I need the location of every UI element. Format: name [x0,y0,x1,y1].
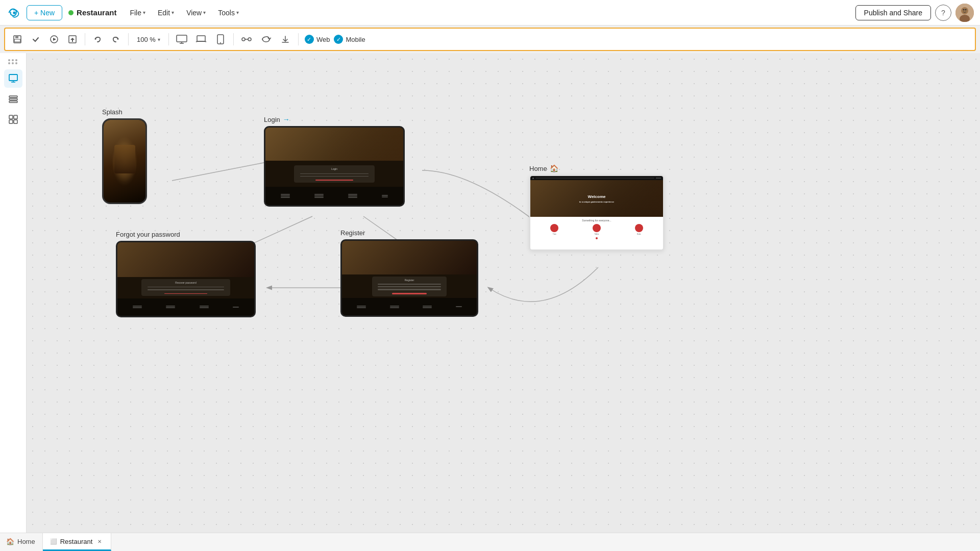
svg-rect-8 [14,39,20,42]
svg-rect-24 [14,120,17,123]
view-menu[interactable]: View ▾ [181,6,211,19]
status-dot [68,10,74,15]
restaurant-tab-close[interactable]: ✕ [95,537,104,545]
toolbar: 100 % ▾ [4,28,976,51]
svg-rect-23 [9,120,13,123]
separator [168,33,169,45]
home-icon: 🏠 [550,164,558,172]
splash-node[interactable]: Splash [102,108,147,204]
restaurant-tab[interactable]: ⬜ Restaurant ✕ [43,533,112,551]
home-welcome-text: Welcome [579,194,614,199]
confirm-button[interactable] [28,31,44,47]
layers-panel-button[interactable] [4,90,22,108]
left-sidebar [0,53,27,533]
undo-button[interactable] [89,31,106,47]
home-feature-3: Deals [635,224,643,235]
mobile-toggle[interactable]: ✓ Mobile [334,35,365,44]
mobile-label: Mobile [346,36,365,43]
main-area: Splash Login → [0,53,980,533]
screens-panel-button[interactable] [4,69,22,88]
web-check-icon: ✓ [305,35,314,44]
web-toggle[interactable]: ✓ Web [305,35,330,44]
home-screen-mockup[interactable]: Welcome to a unique gastronomic experien… [529,175,664,251]
home-feature-1: Train [550,224,558,235]
chevron-down-icon: ▾ [158,37,160,42]
forgot-password-node[interactable]: Forgot your password Recover password [116,231,256,317]
interactions-button[interactable] [238,31,255,48]
separator [85,33,85,45]
zoom-control[interactable]: 100 % ▾ [133,34,164,45]
help-button[interactable]: ? [935,5,951,21]
chevron-down-icon: ▾ [143,10,145,15]
tools-menu[interactable]: Tools ▾ [213,6,244,19]
register-label: Register [340,229,478,237]
desktop-view-button[interactable] [173,31,190,48]
zoom-value: 100 % [137,36,156,43]
restaurant-tab-icon: ⬜ [50,538,57,545]
svg-point-15 [242,38,245,41]
separator [233,33,234,45]
publish-share-button[interactable]: Publish and Share [855,5,931,20]
home-label: Home 🏠 [529,164,664,172]
chevron-down-icon: ▾ [172,10,174,15]
svg-rect-17 [9,74,17,81]
splash-screen-mockup[interactable] [102,118,147,204]
rotate-button[interactable] [257,31,275,48]
chevron-down-icon: ▾ [236,10,239,15]
components-panel-button[interactable] [4,110,22,129]
topbar: + New Restaurant File ▾ Edit ▾ View ▾ To… [0,0,980,26]
web-mobile-toggle: ✓ Web ✓ Mobile [305,35,365,44]
forgot-screen-mockup[interactable]: Recover password [116,241,256,317]
download-button[interactable] [277,31,294,48]
forgot-label: Forgot your password [116,231,256,238]
main-menu: File ▾ Edit ▾ View ▾ Tools ▾ [125,6,243,19]
mobile-view-button[interactable] [212,31,229,48]
home-tab-icon: 🏠 [6,538,14,545]
home-tab[interactable]: 🏠 Home [0,533,43,551]
login-node[interactable]: Login → Login [264,115,405,207]
svg-rect-21 [9,115,13,119]
svg-rect-12 [197,36,205,41]
share-button[interactable] [64,31,81,47]
svg-point-14 [220,42,221,43]
new-button[interactable]: + New [27,5,62,20]
home-subtitle-text: to a unique gastronomic experience [579,201,614,204]
separator [128,33,129,45]
svg-rect-11 [177,35,187,42]
project-title: Restaurant [77,8,116,17]
web-label: Web [316,36,330,43]
bottom-tabs: 🏠 Home ⬜ Restaurant ✕ [0,533,980,551]
separator [298,33,299,45]
project-name-container: Restaurant [68,8,116,17]
svg-point-4 [963,9,965,10]
svg-rect-20 [9,101,17,103]
laptop-view-button[interactable] [192,31,210,48]
svg-point-16 [248,38,251,41]
svg-rect-19 [9,98,17,100]
splash-label: Splash [102,108,147,116]
chevron-down-icon: ▾ [203,10,206,15]
canvas[interactable]: Splash Login → [27,53,980,533]
svg-point-5 [965,9,967,10]
question-mark-icon: ? [941,9,945,17]
preview-button[interactable] [46,31,62,47]
home-node[interactable]: Home 🏠 Welcome to a unique gastronomic e… [529,164,664,251]
edit-menu[interactable]: Edit ▾ [153,6,179,19]
mobile-check-icon: ✓ [334,35,343,44]
home-feature-2: Tables [593,224,601,235]
restaurant-tab-label: Restaurant [60,538,93,545]
logo[interactable] [6,5,22,21]
register-node[interactable]: Register Register [340,229,478,317]
register-screen-mockup[interactable]: Register [340,239,478,317]
file-menu[interactable]: File ▾ [125,6,151,19]
home-tab-label: Home [17,538,35,545]
svg-point-2 [961,7,968,14]
save-button[interactable] [9,31,26,47]
redo-button[interactable] [108,31,124,47]
login-label: Login → [264,115,405,123]
svg-rect-22 [14,115,17,119]
user-avatar[interactable] [955,4,974,22]
login-screen-mockup[interactable]: Login [264,126,405,207]
svg-rect-18 [9,96,17,97]
login-link-icon: → [283,115,290,123]
